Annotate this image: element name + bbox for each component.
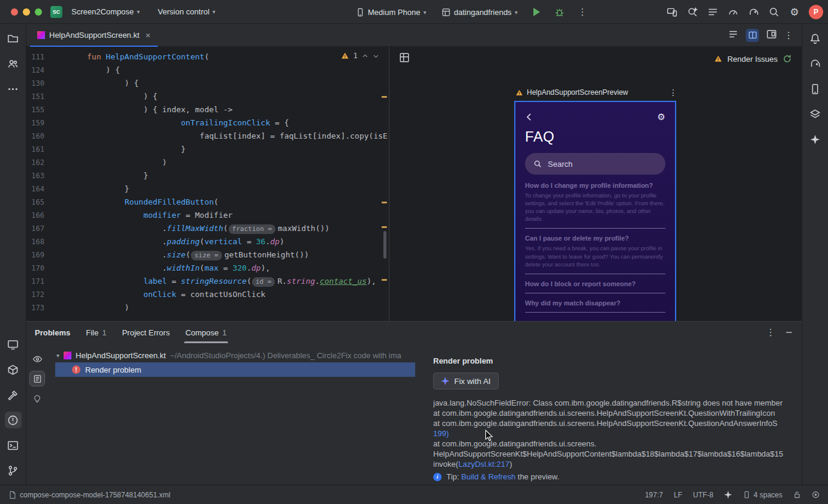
code-line[interactable]: 170 .widthIn(max = 320.dp), <box>26 262 383 275</box>
running-devices-button[interactable] <box>5 336 22 353</box>
gemini-button[interactable] <box>807 131 824 148</box>
tab-compose[interactable]: Compose 1 <box>185 322 227 343</box>
status-current-file[interactable]: compose-compose-model-1758748140651.xml <box>8 491 170 499</box>
code-line[interactable]: 166 modifier = Modifier <box>26 209 383 222</box>
split-view-button[interactable] <box>746 29 759 42</box>
indent-widget[interactable]: 4 spaces <box>743 491 782 499</box>
code-line[interactable]: 168 .padding(vertical = 36.dp) <box>26 235 383 248</box>
code-line[interactable]: 171 label = stringResource(id =R.string.… <box>26 275 383 288</box>
status-indicator[interactable] <box>812 491 820 499</box>
code-line[interactable]: 165 RoundedFilledButton( <box>26 196 383 209</box>
code-line[interactable]: 167 .fillMaxWidth(fraction =maxWidth()) <box>26 222 383 235</box>
tab-project-errors[interactable]: Project Errors <box>122 322 169 343</box>
preview-toggle-button[interactable] <box>30 371 44 386</box>
layout-inspector-button[interactable] <box>807 106 824 122</box>
code-line[interactable]: 162 ) <box>26 156 383 169</box>
problems-tool-button[interactable] <box>5 412 22 428</box>
code-line[interactable]: 124 ) { <box>26 64 383 77</box>
run-configuration-selector[interactable]: datingandfriends ▾ <box>437 5 522 20</box>
gradle-sync-button[interactable] <box>745 4 762 20</box>
search-everywhere-button[interactable] <box>766 4 782 20</box>
debug-button[interactable] <box>551 4 568 20</box>
code-line[interactable]: 172 onClick = contactUsOnClick <box>26 288 383 301</box>
code-line[interactable]: 160 faqList[index] = faqList[index].copy… <box>26 130 383 143</box>
problems-panel-title[interactable]: Problems <box>35 328 70 337</box>
preview-card[interactable]: HelpAndSupportScreenPreview ⋮ ⚙ FAQ Sear… <box>514 88 679 321</box>
warning-stripe-mark[interactable] <box>382 279 387 281</box>
preview-grid-button[interactable] <box>399 52 410 65</box>
minimize-window-button[interactable] <box>23 8 30 16</box>
caret-position[interactable]: 197:7 <box>645 491 663 499</box>
faq-search-bar[interactable]: Search <box>525 153 665 175</box>
code-line[interactable]: 173 ) <box>26 301 383 314</box>
tree-problem-row-selected[interactable]: ! Render problem <box>55 362 415 377</box>
kebab-menu-icon[interactable]: ⋮ <box>669 88 677 97</box>
faq-question[interactable]: How do I change my profile information? <box>525 182 665 189</box>
device-manager-button[interactable] <box>807 80 824 97</box>
file-encoding[interactable]: UTF-8 <box>693 491 713 499</box>
faq-question[interactable]: Why did my match disappear? <box>525 299 665 307</box>
phone-preview-frame[interactable]: ⚙ FAQ Search How do I change my profile … <box>514 101 676 321</box>
project-tool-button[interactable] <box>5 30 22 47</box>
code-view-button[interactable] <box>728 29 739 41</box>
ai-status-widget[interactable] <box>724 491 732 499</box>
editor-options-button[interactable]: ⋮ <box>784 30 793 41</box>
more-actions-button[interactable]: ⋮ <box>574 4 591 20</box>
warning-stripe-mark[interactable] <box>382 226 387 228</box>
prev-warning-icon[interactable] <box>362 53 368 59</box>
build-refresh-link[interactable]: Build & Refresh <box>461 472 515 481</box>
faq-question[interactable]: Can I pause or delete my profile? <box>525 235 665 242</box>
code-line[interactable]: 130 ) { <box>26 77 383 90</box>
terminal-tool-button[interactable] <box>5 437 22 454</box>
next-warning-icon[interactable] <box>373 53 379 59</box>
file-tab[interactable]: HelpAndSupportScreen.kt × <box>30 24 158 47</box>
git-tool-button[interactable] <box>5 462 22 479</box>
gradle-tool-button[interactable] <box>807 55 824 72</box>
code-line[interactable]: 161 } <box>26 143 383 156</box>
code-line[interactable]: 111fun HelpAndSupportContent( <box>26 50 383 64</box>
stack-link[interactable]: 199) <box>433 429 449 438</box>
quick-fix-button[interactable] <box>30 391 44 406</box>
back-chevron-icon[interactable] <box>525 113 533 121</box>
warning-stripe-mark[interactable] <box>382 202 387 203</box>
build-button[interactable] <box>5 386 22 403</box>
project-selector[interactable]: Screen2Compose ▾ <box>67 4 145 19</box>
refresh-icon[interactable] <box>782 54 792 64</box>
tree-file-row[interactable]: ▾ HelpAndSupportScreen.kt ~/AndroidStudi… <box>48 348 426 362</box>
profiler-button[interactable] <box>725 4 742 20</box>
faq-question[interactable]: How do I block or report someone? <box>525 280 665 287</box>
community-tool-button[interactable] <box>5 55 22 72</box>
warning-stripe-mark[interactable] <box>382 96 387 98</box>
editor-scrollbar[interactable] <box>383 231 386 259</box>
todo-list-button[interactable] <box>704 4 721 20</box>
minimize-panel-icon[interactable] <box>785 328 793 337</box>
close-window-button[interactable] <box>11 8 18 16</box>
view-options-button[interactable] <box>30 352 44 366</box>
render-issues-widget[interactable]: Render Issues <box>714 54 792 64</box>
user-avatar[interactable]: P <box>809 5 823 19</box>
notifications-button[interactable] <box>807 30 824 47</box>
run-button[interactable] <box>529 4 545 20</box>
tab-file[interactable]: File 1 <box>86 322 106 343</box>
build-variants-button[interactable] <box>5 361 22 378</box>
code-line[interactable]: 155 ) { index, model -> <box>26 103 383 116</box>
design-view-button[interactable] <box>766 29 777 41</box>
kebab-menu-icon[interactable]: ⋮ <box>766 327 775 338</box>
code-line[interactable]: 164 } <box>26 182 383 196</box>
code-line[interactable]: 163 } <box>26 169 383 182</box>
stack-link[interactable]: LazyDsl.kt:217 <box>458 460 509 469</box>
line-separator[interactable]: LF <box>674 491 682 499</box>
readonly-toggle[interactable] <box>793 491 801 499</box>
chevron-down-icon[interactable]: ▾ <box>56 352 59 359</box>
fix-with-ai-button[interactable]: Fix with AI <box>433 373 499 389</box>
device-mirroring-button[interactable] <box>664 4 680 20</box>
device-selector[interactable]: Medium Phone ▾ <box>351 5 431 20</box>
maximize-window-button[interactable] <box>35 8 42 16</box>
close-tab-icon[interactable]: × <box>145 30 151 40</box>
code-editor[interactable]: 111fun HelpAndSupportContent(124 ) {130 … <box>26 47 389 321</box>
ai-search-button[interactable] <box>684 4 701 20</box>
code-line[interactable]: 151 ) { <box>26 90 383 103</box>
inspection-widget[interactable]: 1 <box>341 52 379 60</box>
more-tool-windows-button[interactable] <box>5 80 22 97</box>
settings-button[interactable]: ⚙ <box>786 4 803 20</box>
